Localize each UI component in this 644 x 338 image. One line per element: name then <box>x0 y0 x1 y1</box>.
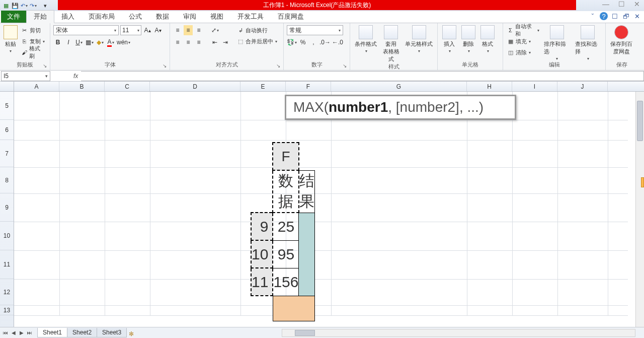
close-button[interactable]: ✕ <box>634 0 640 8</box>
col-header-H[interactable]: H <box>467 82 512 91</box>
increase-decimal-icon[interactable]: .0→ <box>319 37 331 47</box>
tab-pagelayout[interactable]: 页面布局 <box>82 11 122 23</box>
italic-button[interactable]: I <box>64 37 73 47</box>
undo-icon[interactable]: ↶▾ <box>20 2 28 10</box>
font-size-select[interactable]: 11▾ <box>120 25 141 35</box>
tab-baidu[interactable]: 百度网盘 <box>271 11 311 23</box>
vertical-scroll-thumb[interactable] <box>637 101 643 141</box>
orientation-icon[interactable]: ⤢▾ <box>210 25 219 35</box>
decrease-font-icon[interactable]: A▾ <box>153 25 163 35</box>
row-header-11[interactable]: 11 <box>0 250 14 279</box>
save-icon[interactable]: 💾 <box>11 2 19 10</box>
fill-button[interactable]: ▦填充▾ <box>506 36 540 46</box>
decrease-indent-icon[interactable]: ⇤ <box>210 37 219 47</box>
tab-insert[interactable]: 插入 <box>54 11 82 23</box>
align-middle-icon[interactable]: ≡ <box>184 25 193 35</box>
delete-cells-button[interactable]: 删除▾ <box>460 25 477 61</box>
comma-format-icon[interactable]: , <box>309 37 318 47</box>
options-icon[interactable]: ☐ <box>611 12 619 20</box>
find-select-button[interactable]: 查找和选择▾ <box>574 25 602 61</box>
tab-formulas[interactable]: 公式 <box>122 11 149 23</box>
row-header-8[interactable]: 8 <box>0 167 14 193</box>
tab-data[interactable]: 数据 <box>149 11 176 23</box>
align-right-icon[interactable]: ≡ <box>194 37 203 47</box>
tab-view[interactable]: 视图 <box>203 11 230 23</box>
cells-area[interactable]: MAX(number1, [number2], ...) F 数据 结果 <box>14 92 628 315</box>
border-button[interactable]: ▦▾ <box>85 37 94 47</box>
sheet-tab-2[interactable]: Sheet2 <box>67 328 97 337</box>
fx-icon[interactable]: fx <box>70 73 81 80</box>
align-top-icon[interactable]: ≡ <box>173 25 182 35</box>
restore-window-icon[interactable]: 🗗 <box>622 12 630 20</box>
col-header-B[interactable]: B <box>59 82 105 91</box>
tab-developer[interactable]: 开发工具 <box>230 11 271 23</box>
font-dialog-launcher[interactable]: ↘ <box>163 63 167 69</box>
new-sheet-icon[interactable]: ✻ <box>126 330 136 337</box>
percent-format-icon[interactable]: % <box>298 37 307 47</box>
insert-cells-button[interactable]: 插入▾ <box>441 25 458 61</box>
minimize-button[interactable]: — <box>602 0 609 8</box>
fill-color-button[interactable]: ◆▾ <box>96 37 105 47</box>
font-color-button[interactable]: A▾ <box>106 37 115 47</box>
format-as-table-button[interactable]: 套用 表格格式 <box>380 25 401 63</box>
format-cells-button[interactable]: 格式▾ <box>479 25 496 61</box>
select-all-corner[interactable] <box>0 82 14 91</box>
increase-font-icon[interactable]: A▴ <box>143 25 152 35</box>
sheet-tab-1[interactable]: Sheet1 <box>37 328 67 337</box>
merge-center-button[interactable]: ⬚合并后居中▾ <box>236 36 278 46</box>
cell-styles-button[interactable]: 单元格样式▾ <box>404 25 434 63</box>
row-header-12[interactable]: 12 <box>0 279 14 305</box>
decrease-decimal-icon[interactable]: ←.0 <box>332 37 343 47</box>
align-left-icon[interactable]: ≡ <box>173 37 182 47</box>
formula-input[interactable] <box>81 71 644 81</box>
col-header-D[interactable]: D <box>150 82 240 91</box>
autosum-button[interactable]: Σ自动求和▾ <box>506 25 540 35</box>
close-workbook-icon[interactable]: ✕ <box>633 12 641 20</box>
horizontal-scroll-thumb[interactable] <box>295 330 315 336</box>
align-bottom-icon[interactable]: ≡ <box>194 25 203 35</box>
prev-sheet-icon[interactable]: ◀ <box>10 329 17 336</box>
row-header-6[interactable]: 6 <box>0 120 14 140</box>
sort-filter-button[interactable]: 排序和筛选▾ <box>542 25 571 61</box>
row-header-10[interactable]: 10 <box>0 222 14 250</box>
wrap-text-button[interactable]: ↲自动换行 <box>236 25 278 35</box>
name-box[interactable]: I5▾ <box>1 71 50 81</box>
minimize-ribbon-icon[interactable]: ˇ <box>589 12 597 20</box>
col-header-F[interactable]: F <box>286 82 331 91</box>
alignment-dialog-launcher[interactable]: ↘ <box>276 63 280 69</box>
col-header-I[interactable]: I <box>512 82 557 91</box>
bold-button[interactable]: B <box>53 37 62 47</box>
font-name-select[interactable]: 宋体▾ <box>53 25 119 35</box>
last-sheet-icon[interactable]: ⏭ <box>26 329 33 336</box>
number-format-select[interactable]: 常规▾ <box>287 25 343 35</box>
increase-indent-icon[interactable]: ⇥ <box>221 37 230 47</box>
redo-icon[interactable]: ↷▾ <box>29 2 37 10</box>
number-dialog-launcher[interactable]: ↘ <box>343 63 347 69</box>
tab-home[interactable]: 开始 <box>26 10 54 23</box>
cut-button[interactable]: ✂剪切 <box>20 25 47 35</box>
underline-button[interactable]: U▾ <box>74 37 84 47</box>
maximize-button[interactable]: ☐ <box>618 0 625 8</box>
clear-button[interactable]: ◫清除▾ <box>506 47 540 57</box>
row-header-7[interactable]: 7 <box>0 140 14 167</box>
row-header-5[interactable]: 5 <box>0 92 14 120</box>
tab-review[interactable]: 审阅 <box>176 11 203 23</box>
worksheet-grid[interactable]: ABCDEFGHIJ 5678910111213 MAX(number1, [n… <box>0 82 644 327</box>
accounting-format-icon[interactable]: 💱▾ <box>287 37 297 47</box>
paste-button[interactable]: 粘贴 ▾ <box>3 25 18 61</box>
col-header-A[interactable]: A <box>14 82 59 91</box>
align-center-icon[interactable]: ≡ <box>184 37 193 47</box>
vertical-scrollbar[interactable] <box>635 92 644 327</box>
first-sheet-icon[interactable]: ⏮ <box>2 329 9 336</box>
row-header-9[interactable]: 9 <box>0 193 14 222</box>
tab-file[interactable]: 文件 <box>1 11 26 23</box>
col-header-J[interactable]: J <box>557 82 608 91</box>
sheet-tab-3[interactable]: Sheet3 <box>97 328 127 337</box>
row-header-13[interactable]: 13 <box>0 305 14 315</box>
next-sheet-icon[interactable]: ▶ <box>18 329 25 336</box>
clipboard-dialog-launcher[interactable]: ↘ <box>43 63 47 69</box>
qat-customize-icon[interactable]: ▾ <box>41 2 49 10</box>
horizontal-scrollbar[interactable] <box>282 329 635 337</box>
phonetic-button[interactable]: wén▾ <box>117 37 130 47</box>
help-icon[interactable]: ? <box>600 12 608 20</box>
